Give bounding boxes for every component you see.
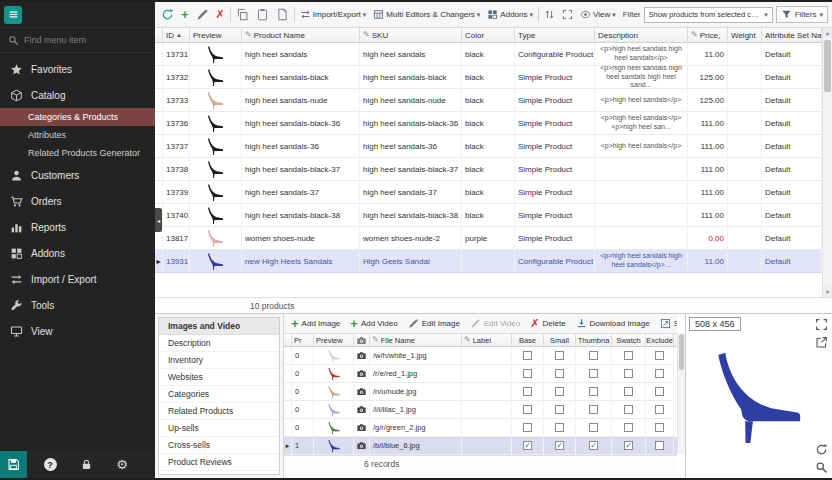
exclude-checkbox[interactable] xyxy=(655,369,664,378)
sidebar-subitem[interactable]: Categories & Products xyxy=(0,108,155,126)
sidebar-item-customers[interactable]: Customers xyxy=(0,162,155,188)
exclude-checkbox[interactable] xyxy=(655,405,664,414)
swatch-checkbox[interactable] xyxy=(624,387,633,396)
save-button[interactable] xyxy=(0,451,27,478)
sort-rows-button[interactable] xyxy=(542,8,557,21)
scrollbar-thumb[interactable] xyxy=(824,40,831,92)
copy-button[interactable] xyxy=(234,7,251,22)
column-header-small[interactable]: Small xyxy=(544,334,576,346)
swatch-checkbox[interactable] xyxy=(624,423,633,432)
products-scrollbar[interactable]: ▲ ▼ xyxy=(822,28,832,297)
image-row[interactable]: 0 /r/e/red_1.jpg xyxy=(284,365,677,383)
small-checkbox[interactable] xyxy=(555,405,564,414)
menu-search-input[interactable] xyxy=(24,35,147,45)
thumbnail-checkbox[interactable] xyxy=(589,423,598,432)
help-button[interactable]: ? xyxy=(37,451,63,478)
product-row[interactable]: 13732 high heel sandals-black high heel … xyxy=(155,66,822,89)
image-row[interactable]: 0 /n/u/nude.jpg xyxy=(284,383,677,401)
view-menu[interactable]: View▾ xyxy=(578,8,618,21)
images-scrollbar[interactable] xyxy=(677,334,685,454)
scroll-down-button[interactable]: ▼ xyxy=(823,287,832,297)
small-checkbox[interactable] xyxy=(555,387,564,396)
expand-grid-button[interactable] xyxy=(560,8,575,21)
product-row[interactable]: 13733 high heel sandals-nude high heel s… xyxy=(155,89,822,112)
edit-video-button[interactable]: Edit Video xyxy=(468,317,522,330)
column-header-label[interactable]: ✎Label xyxy=(462,334,512,346)
swatch-checkbox[interactable] xyxy=(624,351,633,360)
sidebar-item-catalog[interactable]: Catalog xyxy=(0,82,155,108)
product-row[interactable]: 13739 high heel sandals-37 high heel san… xyxy=(155,181,822,204)
product-row[interactable]: 13736 high heel sandals-black-36 high he… xyxy=(155,112,822,135)
sidebar-item-addons[interactable]: Addons xyxy=(0,240,155,266)
detail-tab[interactable]: Related Products xyxy=(159,403,279,420)
column-header-exclude[interactable]: Exclude xyxy=(646,334,674,346)
base-checkbox[interactable] xyxy=(523,387,532,396)
thumbnail-checkbox[interactable] xyxy=(589,441,598,450)
sidebar-item-view[interactable]: View xyxy=(0,318,155,344)
product-row[interactable]: 13738 high heel sandals-black-37 high he… xyxy=(155,158,822,181)
column-header-image-preview[interactable]: Preview xyxy=(314,334,354,346)
detail-tab[interactable]: Description xyxy=(159,335,279,352)
image-row[interactable]: 0 /w/h/white_1.jpg xyxy=(284,347,677,365)
duplicate-button[interactable] xyxy=(274,7,291,22)
column-header-swatch[interactable]: Swatch xyxy=(612,334,646,346)
sidebar-item-tools[interactable]: Tools xyxy=(0,292,155,318)
add-product-button[interactable]: + xyxy=(179,7,191,22)
product-row[interactable]: 13740 high heel sandals-black-38 high he… xyxy=(155,204,822,227)
thumbnail-checkbox[interactable] xyxy=(589,387,598,396)
addons-menu[interactable]: Addons▾ xyxy=(485,8,535,21)
import-export-menu[interactable]: Import/Export▾ xyxy=(298,8,369,21)
sidebar-item-import-export[interactable]: Import / Export xyxy=(0,266,155,292)
fullscreen-icon[interactable] xyxy=(815,318,828,331)
swatch-checkbox[interactable] xyxy=(624,369,633,378)
edit-image-button[interactable]: Edit Image xyxy=(406,317,462,330)
sidebar-subitem[interactable]: Related Products Generator xyxy=(0,144,155,162)
exclude-checkbox[interactable] xyxy=(655,423,664,432)
thumbnail-checkbox[interactable] xyxy=(589,405,598,414)
detail-tab[interactable]: Cross-sells xyxy=(159,437,279,454)
product-row[interactable]: 13731 high heel sandals high heel sandal… xyxy=(155,43,822,66)
delete-image-button[interactable]: ✗Delete xyxy=(528,317,567,330)
column-header-preview[interactable]: Preview xyxy=(190,28,242,42)
column-header-color[interactable]: Color xyxy=(462,28,515,42)
sidebar-subitem[interactable]: Attributes xyxy=(0,126,155,144)
multi-editors-menu[interactable]: Multi Editors & Changers▾ xyxy=(371,8,482,21)
base-checkbox[interactable] xyxy=(523,441,532,450)
refresh-button[interactable] xyxy=(159,7,176,22)
exclude-checkbox[interactable] xyxy=(655,441,664,450)
add-video-button[interactable]: +Add Video xyxy=(348,316,399,331)
column-header-price[interactable]: ✎Price, xyxy=(688,28,728,42)
exclude-checkbox[interactable] xyxy=(655,351,664,360)
sidebar-item-orders[interactable]: Orders xyxy=(0,188,155,214)
add-image-button[interactable]: +Add Image xyxy=(289,316,342,331)
detail-tab[interactable]: Images and Video xyxy=(159,318,279,335)
column-header-description[interactable]: Description xyxy=(595,28,688,42)
image-row[interactable]: 0 /g/r/green_2.jpg xyxy=(284,419,677,437)
thumbnail-checkbox[interactable] xyxy=(589,351,598,360)
filters-button[interactable]: Filters▾ xyxy=(776,6,828,23)
column-header-product-name[interactable]: ✎Product Name xyxy=(242,28,360,42)
column-header-weight[interactable]: Weight xyxy=(728,28,762,42)
exclude-checkbox[interactable] xyxy=(655,387,664,396)
open-external-icon[interactable] xyxy=(815,336,828,349)
sidebar-collapse-handle[interactable]: ◂ xyxy=(155,208,162,232)
base-checkbox[interactable] xyxy=(523,405,532,414)
detail-tab[interactable]: Categories xyxy=(159,386,279,403)
set-resize-rule-button[interactable]: Set Resize Rule▾ xyxy=(658,317,677,330)
base-checkbox[interactable] xyxy=(523,351,532,360)
small-checkbox[interactable] xyxy=(555,441,564,450)
swatch-checkbox[interactable] xyxy=(624,405,633,414)
sidebar-item-favorites[interactable]: Favorites xyxy=(0,56,155,82)
product-row[interactable]: 13817 women shoes-nude women shoes-nude-… xyxy=(155,227,822,250)
rotate-icon[interactable] xyxy=(815,443,828,456)
scrollbar-thumb[interactable] xyxy=(679,334,684,370)
paste-button[interactable] xyxy=(254,7,271,22)
column-header-type[interactable]: Type xyxy=(515,28,595,42)
product-row[interactable]: 13737 high heel sandals-36 high heel san… xyxy=(155,135,822,158)
base-checkbox[interactable] xyxy=(523,369,532,378)
thumbnail-checkbox[interactable] xyxy=(589,369,598,378)
image-row[interactable]: 1 /b/l/blue_6.jpg xyxy=(284,437,677,455)
image-row[interactable]: 0 /l/i/lilac_1.jpg xyxy=(284,401,677,419)
sidebar-item-reports[interactable]: Reports xyxy=(0,214,155,240)
delete-product-button[interactable]: ✗ xyxy=(214,8,227,21)
